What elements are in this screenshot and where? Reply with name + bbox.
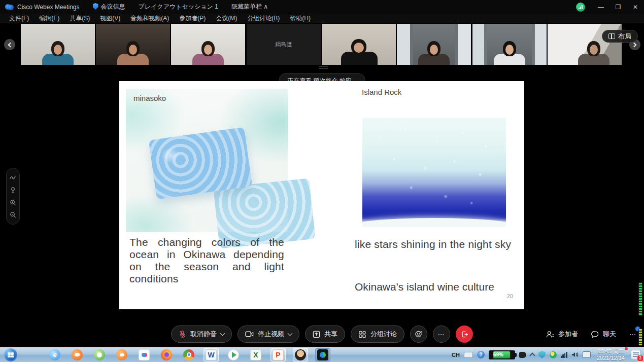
speaker-icon[interactable] — [571, 351, 579, 358]
tray-clock[interactable]: 15:45 周二 2021/12/14 — [597, 348, 625, 361]
chat-bubble-icon — [591, 331, 599, 338]
stop-video-button[interactable]: 停止视频 — [238, 325, 299, 343]
leave-icon — [461, 331, 468, 338]
baidu-netdisk-icon[interactable] — [137, 348, 152, 361]
system-tray: CH ? 69% 15:45 周二 2021/12/14 3 — [452, 348, 644, 361]
minimize-button[interactable]: — — [592, 0, 609, 14]
participant-video[interactable] — [472, 24, 547, 65]
chevron-down-icon[interactable] — [220, 331, 225, 336]
annotate-pen-icon[interactable] — [10, 174, 16, 181]
camera-icon — [245, 331, 254, 338]
filmstrip-prev-button[interactable] — [4, 39, 15, 50]
start-button[interactable] — [4, 348, 17, 361]
menu-file[interactable]: 文件(F) — [4, 14, 34, 23]
internet-explorer-icon[interactable]: e — [47, 348, 62, 361]
menu-audio-video[interactable]: 音频和视频(A) — [125, 14, 174, 23]
menu-breakout[interactable]: 分组讨论(B) — [242, 14, 285, 23]
unmute-button[interactable]: 取消静音 — [171, 325, 232, 343]
layout-button[interactable]: 布局 — [602, 30, 638, 43]
language-indicator[interactable]: CH — [452, 352, 460, 358]
maximize-button[interactable]: ❐ — [609, 0, 627, 14]
avatar-app-icon[interactable] — [293, 348, 308, 361]
window-controls: — ❐ ✕ — [576, 0, 644, 14]
sogou-browser-icon[interactable] — [70, 348, 85, 361]
hide-menubar-button[interactable]: 隐藏菜单栏 ∧ — [231, 3, 268, 11]
power-plug-icon[interactable] — [519, 352, 526, 358]
breakout-session-title: ブレイクアウトセッション 1 — [139, 3, 218, 11]
firefox-icon[interactable] — [159, 348, 174, 361]
display-settings-icon[interactable] — [583, 351, 591, 358]
layout-grid-icon — [608, 33, 615, 39]
breakout-grid-icon — [358, 331, 366, 338]
panel-buttons: 参加者 聊天 ⋯ — [546, 323, 637, 345]
title-bar: Cisco Webex Meetings 会议信息 ブレイクアウトセッション 1… — [0, 0, 644, 14]
shared-content-stage: 正在查看 稻次悠介 的应... minasoko Island Rock The… — [0, 65, 644, 347]
clock-alert-dot — [625, 347, 628, 350]
island-rock-caption-2: Okinawa's island wine culture — [355, 281, 513, 293]
security-shield-icon[interactable] — [538, 351, 546, 358]
presentation-slide: minasoko Island Rock The changing colors… — [119, 81, 524, 309]
audio-level-meter — [638, 282, 642, 316]
mic-muted-icon — [179, 330, 186, 338]
participant-video[interactable] — [397, 24, 471, 65]
minasoko-caption: The changing colors of the ocean in Okin… — [129, 236, 284, 285]
close-button[interactable]: ✕ — [627, 0, 644, 14]
participant-video[interactable] — [96, 24, 170, 65]
menu-help[interactable]: 帮助(H) — [285, 14, 316, 23]
windows-taskbar: e W X P CH ? 69% 15:45 周二 2021/12/14 3 — [0, 347, 644, 362]
antivirus-icon[interactable] — [550, 351, 557, 358]
app-title: Cisco Webex Meetings — [17, 4, 80, 11]
minasoko-product-image: minasoko — [126, 89, 288, 232]
keyboard-icon[interactable] — [464, 352, 473, 358]
laser-pointer-icon[interactable] — [10, 187, 16, 193]
battery-indicator[interactable]: 69% — [489, 350, 515, 359]
slide-page-number: 20 — [507, 293, 513, 299]
island-rock-caption-1: like stars shining in the night sky — [355, 238, 513, 250]
reactions-button[interactable] — [410, 325, 427, 343]
network-signal-icon[interactable] — [561, 352, 567, 358]
audio-level-meter — [638, 329, 642, 346]
share-screen-icon — [313, 331, 320, 338]
orange-browser-icon[interactable] — [114, 348, 129, 361]
menu-meeting[interactable]: 会议(M) — [211, 14, 242, 23]
connection-quality-icon[interactable] — [576, 3, 585, 12]
participant-video-audio-only[interactable]: 鍋島遼 — [247, 24, 321, 65]
meeting-info-button[interactable]: 会议信息 — [93, 3, 125, 11]
tencent-video-icon[interactable] — [226, 348, 241, 361]
webex-taskbar-icon[interactable] — [315, 348, 330, 361]
taskbar-app-colors[interactable] — [25, 348, 40, 361]
chat-panel-button[interactable]: 聊天 — [591, 330, 616, 339]
more-options-button[interactable]: ⋯ — [433, 325, 450, 343]
menu-bar: 文件(F) 编辑(E) 共享(S) 视图(V) 音频和视频(A) 参加者(P) … — [0, 14, 644, 23]
smiley-reaction-icon — [415, 330, 423, 338]
show-hidden-icons[interactable] — [529, 352, 535, 358]
menu-edit[interactable]: 编辑(E) — [34, 14, 64, 23]
more-panels-button[interactable]: ⋯ — [629, 331, 637, 338]
participant-video[interactable] — [322, 24, 396, 65]
participants-icon — [546, 331, 555, 338]
breakout-sessions-button[interactable]: 分组讨论 — [351, 325, 404, 343]
island-rock-label: Island Rock — [362, 88, 401, 96]
zoom-out-icon[interactable] — [10, 211, 16, 218]
notification-badge: 3 — [637, 355, 643, 361]
help-icon[interactable]: ? — [477, 351, 485, 358]
excel-icon[interactable]: X — [248, 348, 263, 361]
menu-share[interactable]: 共享(S) — [64, 14, 95, 23]
participant-name: 鍋島遼 — [247, 24, 321, 65]
chrome-icon[interactable] — [181, 348, 196, 361]
green-browser-icon[interactable] — [92, 348, 107, 361]
chevron-down-icon[interactable] — [288, 331, 293, 336]
share-button[interactable]: 共享 — [305, 325, 345, 343]
leave-meeting-button[interactable] — [456, 325, 473, 343]
menu-view[interactable]: 视图(V) — [95, 14, 125, 23]
zoom-in-icon[interactable] — [10, 199, 16, 206]
annotation-toolbar — [6, 168, 20, 225]
participants-panel-button[interactable]: 参加者 — [546, 330, 578, 339]
menu-participants[interactable]: 参加者(P) — [174, 14, 211, 23]
filmstrip-resize-handle[interactable] — [319, 66, 328, 68]
participant-video[interactable] — [171, 24, 245, 65]
participant-video[interactable] — [21, 24, 95, 65]
powerpoint-icon[interactable]: P — [270, 348, 286, 361]
notification-center-icon[interactable]: 3 — [631, 350, 641, 360]
word-icon[interactable]: W — [204, 348, 219, 361]
